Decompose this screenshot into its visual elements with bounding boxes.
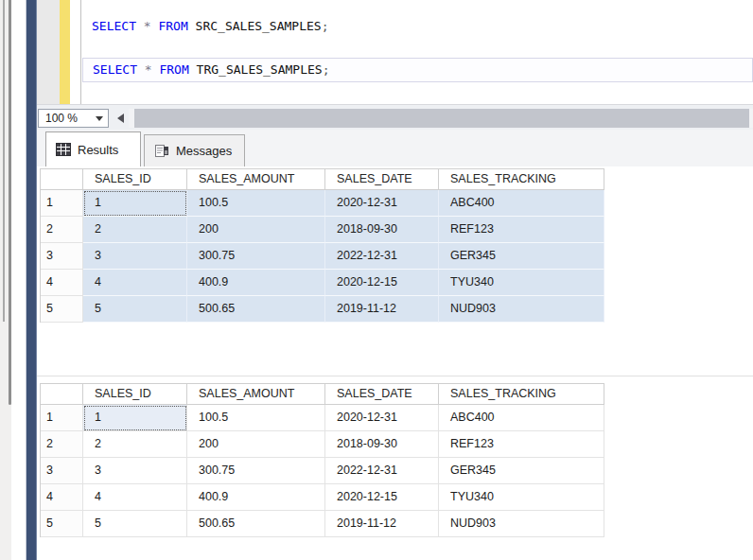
grid-cell[interactable]: 200 [187, 431, 325, 458]
tab-results[interactable]: Results [45, 131, 141, 166]
grid-cell[interactable]: 2020-12-15 [325, 484, 439, 511]
tab-results-label: Results [78, 143, 118, 157]
outer-pane-rail [0, 0, 11, 560]
vertical-scrollbar[interactable] [9, 0, 11, 405]
results-grid-source: SALES_IDSALES_AMOUNTSALES_DATESALES_TRAC… [40, 168, 604, 323]
results-tab-strip: Results Messages [37, 130, 753, 166]
tab-messages[interactable]: Messages [144, 134, 245, 166]
sql-token-operator: * [144, 19, 151, 33]
grid-cell[interactable]: 2018-09-30 [325, 217, 439, 243]
horizontal-scrollbar-thumb[interactable] [134, 109, 749, 128]
row-header[interactable]: 2 [41, 431, 83, 458]
sql-line-1: SELECT * FROM SRC_SALES_SAMPLES; [92, 17, 328, 36]
column-header[interactable]: SALES_TRACKING [439, 384, 604, 405]
grid-cell[interactable]: 2020-12-15 [325, 270, 439, 296]
grid-cell[interactable]: ABC400 [439, 190, 604, 217]
grid-cell[interactable]: 3 [83, 243, 187, 270]
grid-cell[interactable]: 2020-12-31 [325, 405, 439, 431]
corner-header-cell[interactable] [41, 169, 83, 190]
grid-cell[interactable]: 4 [83, 270, 187, 296]
change-tracking-bar [60, 0, 70, 104]
scroll-left-button[interactable] [113, 109, 128, 128]
column-header[interactable]: SALES_DATE [325, 169, 439, 190]
column-header[interactable]: SALES_AMOUNT [187, 384, 325, 405]
grid-cell[interactable]: 100.5 [187, 405, 325, 431]
column-header[interactable]: SALES_TRACKING [439, 169, 604, 190]
zoom-level-value: 100 % [45, 112, 78, 125]
grid-cell[interactable]: 2020-12-31 [325, 190, 439, 217]
sql-line-2: SELECT * FROM TRG_SALES_SAMPLES; [93, 61, 329, 79]
grid-cell[interactable]: 5 [83, 511, 187, 537]
ssms-query-results-window: SELECT * FROM SRC_SALES_SAMPLES; SELECT … [0, 0, 753, 560]
editor-margin-divider [80, 0, 81, 104]
grid-cell[interactable]: REF123 [439, 217, 604, 243]
grid-cell[interactable]: 2 [83, 431, 187, 458]
grid-cell[interactable]: 100.5 [187, 190, 325, 217]
left-arrow-icon [117, 114, 124, 123]
grid-cell[interactable]: 500.65 [187, 296, 325, 323]
row-header[interactable]: 3 [41, 243, 83, 270]
row-header[interactable]: 2 [41, 217, 83, 243]
zoom-level-select[interactable]: 100 % [38, 109, 109, 128]
sql-editor[interactable]: SELECT * FROM SRC_SALES_SAMPLES; SELECT … [37, 0, 753, 104]
results-grid-icon [56, 143, 71, 156]
column-header[interactable]: SALES_AMOUNT [187, 169, 325, 190]
grid-cell[interactable]: REF123 [439, 431, 604, 458]
grid-cell[interactable]: 2019-11-12 [325, 296, 439, 323]
sql-token-plain [189, 62, 197, 77]
grid-cell[interactable]: NUD903 [439, 511, 604, 537]
grid-cell[interactable]: 2 [83, 217, 187, 243]
sql-token-keyword: FROM [159, 62, 188, 77]
grid-cell[interactable]: TYU340 [439, 484, 604, 511]
row-header[interactable]: 1 [41, 405, 83, 431]
grid-cell[interactable]: ABC400 [439, 405, 604, 431]
sql-token-keyword: SELECT [92, 19, 136, 33]
grid-pane-separator[interactable] [37, 376, 753, 376]
grid-cell[interactable]: GER345 [439, 458, 604, 484]
sql-token-plain [137, 62, 145, 77]
grid-row: 33300.752022-12-31GER345 [41, 243, 604, 270]
grid-cell[interactable]: 500.65 [187, 511, 325, 537]
row-header[interactable]: 4 [41, 484, 83, 511]
row-header[interactable]: 5 [41, 296, 83, 323]
grid-cell[interactable]: 200 [187, 217, 325, 243]
grid-cell[interactable]: 400.9 [187, 270, 325, 296]
results-grid-target: SALES_IDSALES_AMOUNTSALES_DATESALES_TRAC… [40, 383, 604, 537]
grid-cell[interactable]: 5 [83, 296, 187, 323]
editor-selection-margin [37, 0, 60, 104]
grid-row: 44400.92020-12-15TYU340 [41, 484, 604, 511]
grid-cell[interactable]: 2022-12-31 [325, 243, 439, 270]
grid-row: 222002018-09-30REF123 [41, 431, 604, 458]
grid-cell[interactable]: 4 [83, 484, 187, 511]
grid-cell[interactable]: NUD903 [439, 296, 604, 323]
row-header[interactable]: 4 [41, 270, 83, 296]
grid-cell[interactable]: 2022-12-31 [325, 458, 439, 484]
grid-cell[interactable]: 2018-09-30 [325, 431, 439, 458]
row-header[interactable]: 5 [41, 511, 83, 537]
grid-cell[interactable]: GER345 [439, 243, 604, 270]
messages-icon [154, 144, 169, 158]
grid-cell[interactable]: 1 [83, 405, 187, 431]
grid-row: 55500.652019-11-12NUD903 [41, 511, 604, 537]
column-header[interactable]: SALES_ID [83, 169, 187, 190]
grid-cell[interactable]: 2019-11-12 [325, 511, 439, 537]
row-header[interactable]: 1 [41, 190, 83, 217]
grid-cell[interactable]: 300.75 [187, 243, 325, 270]
grid-cell[interactable]: 1 [83, 190, 187, 217]
corner-header-cell[interactable] [41, 384, 83, 405]
grid-cell[interactable]: 400.9 [187, 484, 325, 511]
current-statement-highlight: SELECT * FROM TRG_SALES_SAMPLES; [82, 58, 753, 82]
grid-row: 33300.752022-12-31GER345 [41, 458, 604, 484]
editor-window-edge-bar [26, 0, 37, 560]
column-header[interactable]: SALES_DATE [325, 384, 439, 405]
horizontal-scrollbar-track[interactable] [129, 109, 753, 128]
column-header[interactable]: SALES_ID [83, 384, 187, 405]
grid-cell[interactable]: 3 [83, 458, 187, 484]
sql-token-punctuation: ; [322, 19, 329, 33]
grid-cell[interactable]: 300.75 [187, 458, 325, 484]
sql-token-operator: * [145, 62, 152, 77]
editor-bottom-bar: 100 % [37, 104, 753, 130]
row-header[interactable]: 3 [41, 458, 83, 484]
sql-token-plain [188, 19, 196, 33]
grid-cell[interactable]: TYU340 [439, 270, 604, 296]
